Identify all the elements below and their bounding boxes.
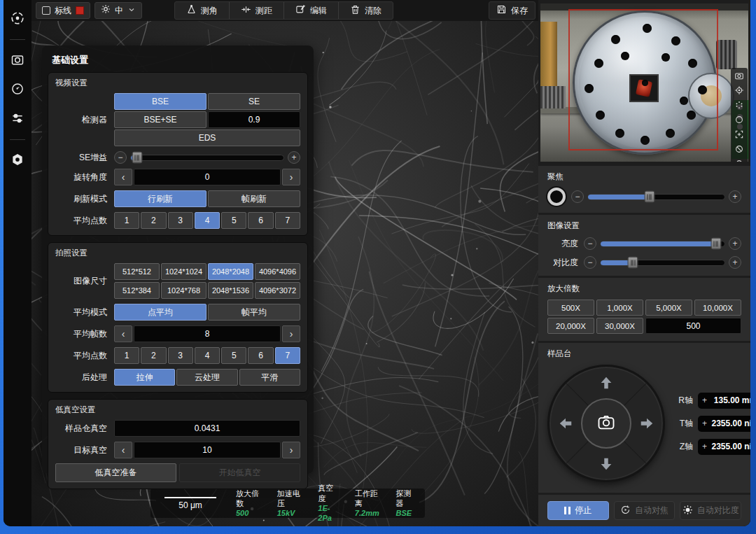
crosshair-checkbox[interactable] [42, 6, 50, 15]
photo-avg-point-4[interactable]: 4 [195, 347, 220, 364]
rotation-input[interactable]: 0 [134, 169, 281, 185]
photo-avg-point-1[interactable]: 1 [114, 347, 139, 364]
circle-icon[interactable] [734, 114, 745, 125]
detector-bse-se-button[interactable]: BSE+SE [114, 111, 206, 128]
mag-5000x-button[interactable]: 5,000X [645, 300, 692, 316]
stage-up-button[interactable] [597, 374, 615, 392]
contrast-minus-button[interactable]: − [584, 256, 596, 269]
photo-avg-point-6[interactable]: 6 [248, 347, 273, 364]
brightness-dropdown[interactable]: 中 [94, 2, 142, 19]
gauge-icon[interactable] [8, 79, 27, 99]
post-stretch-button[interactable]: 拉伸 [114, 369, 175, 386]
video-avg-point-1[interactable]: 1 [114, 212, 139, 229]
photo-avg-point-2[interactable]: 2 [141, 347, 166, 364]
brightness-minus-button[interactable]: − [584, 237, 596, 250]
focus-knob[interactable] [547, 188, 566, 206]
stage-down-button[interactable] [597, 455, 615, 473]
brightness-slider[interactable] [600, 241, 725, 247]
target-vacuum-prev-button[interactable]: ‹ [114, 442, 132, 458]
mag-10000x-button[interactable]: 10,000X [694, 300, 741, 316]
aperture-icon[interactable] [8, 8, 27, 28]
focus-slider-handle[interactable] [644, 191, 654, 203]
mag-value-input[interactable]: 500 [645, 318, 741, 334]
video-avg-point-2[interactable]: 2 [141, 212, 166, 229]
clear-button[interactable]: 清除 [339, 2, 393, 19]
low-vacuum-start-button[interactable]: 开始低真空 [179, 463, 300, 482]
avg-mode-point-button[interactable]: 点平均 [114, 304, 206, 321]
focus-minus-button[interactable]: − [571, 190, 584, 203]
disable-icon[interactable] [734, 143, 745, 155]
size-1024x1024-button[interactable]: 1024*1024 [161, 263, 206, 280]
measure-distance-button[interactable]: 测距 [230, 2, 284, 19]
crosshair-color-swatch[interactable] [76, 6, 84, 15]
mag-20000x-button[interactable]: 20,000X [547, 318, 594, 334]
webcam-icon[interactable] [734, 158, 745, 162]
brightness-slider-handle[interactable] [710, 238, 721, 250]
avg-frames-prev-button[interactable]: ‹ [114, 325, 132, 342]
stop-button[interactable]: 停止 [547, 501, 609, 520]
refresh-frame-button[interactable]: 帧刷新 [208, 190, 300, 207]
axis-t-field[interactable]: + 2355.00 nits - [698, 416, 750, 432]
size-4096x3072-button[interactable]: 4096*3072 [255, 282, 300, 299]
mag-30000x-button[interactable]: 30,000X [596, 318, 643, 334]
stage-left-button[interactable] [556, 414, 575, 433]
video-avg-point-4[interactable]: 4 [195, 212, 220, 229]
contrast-plus-button[interactable]: + [729, 256, 741, 269]
dotted-aperture-icon[interactable] [734, 99, 745, 111]
rotation-next-button[interactable]: › [282, 169, 300, 185]
se-gain-minus-button[interactable]: − [114, 151, 127, 164]
contrast-slider-handle[interactable] [628, 257, 638, 269]
avg-frames-input[interactable]: 8 [134, 325, 281, 342]
photo-avg-point-7[interactable]: 7 [275, 347, 300, 364]
se-gain-slider[interactable] [130, 155, 284, 161]
axis-r-field[interactable]: + 135.00 mm - [698, 393, 750, 409]
refresh-line-button[interactable]: 行刷新 [114, 190, 206, 207]
mag-1000x-button[interactable]: 1,000X [596, 300, 643, 316]
contrast-slider[interactable] [600, 260, 725, 266]
move-region-icon[interactable] [734, 129, 745, 140]
se-gain-plus-button[interactable]: + [288, 151, 300, 164]
low-vacuum-prepare-button[interactable]: 低真空准备 [55, 463, 176, 482]
axis-z-field[interactable]: + 2355.00 nits - [698, 439, 750, 455]
camera-icon[interactable] [8, 50, 27, 69]
size-4096x4096-button[interactable]: 4096*4096 [255, 263, 300, 280]
measure-angle-button[interactable]: 测角 [175, 2, 230, 19]
size-2048x1536-button[interactable]: 2048*1536 [208, 282, 253, 299]
video-avg-point-7[interactable]: 7 [275, 212, 300, 229]
post-smooth-button[interactable]: 平滑 [239, 369, 300, 386]
sliders-icon[interactable] [8, 108, 27, 128]
avg-frames-next-button[interactable]: › [282, 325, 300, 342]
size-1024x768-button[interactable]: 1024*768 [161, 282, 206, 299]
stage-right-button[interactable] [638, 414, 656, 433]
video-avg-point-5[interactable]: 5 [221, 212, 246, 229]
size-512x512-button[interactable]: 512*512 [114, 263, 160, 280]
size-2048x2048-button[interactable]: 2048*2048 [208, 263, 253, 280]
video-avg-point-6[interactable]: 6 [248, 212, 273, 229]
mag-500x-button[interactable]: 500X [547, 300, 594, 316]
detector-eds-button[interactable]: EDS [114, 129, 300, 146]
save-button[interactable]: 保存 [489, 1, 536, 20]
chamber-camera-view[interactable] [540, 3, 748, 162]
target-vacuum-input[interactable]: 10 [134, 442, 281, 458]
brightness-plus-button[interactable]: + [729, 237, 741, 250]
detector-se-button[interactable]: SE [208, 93, 300, 110]
sem-viewport[interactable]: 基础设置 视频设置 检测器 BSE SE BSE+SE 0.9 EDS SE增益 [31, 21, 538, 526]
stage-snapshot-button[interactable] [581, 398, 631, 449]
axis-plus[interactable]: + [702, 419, 707, 428]
autocontrast-button[interactable]: 自动对比度 [680, 501, 741, 520]
post-cloud-button[interactable]: 云处理 [176, 369, 237, 386]
rotation-prev-button[interactable]: ‹ [114, 169, 132, 185]
autofocus-button[interactable]: 自动对焦 [614, 501, 676, 520]
detector-mix-input[interactable]: 0.9 [208, 111, 300, 128]
photo-avg-point-3[interactable]: 3 [168, 347, 193, 364]
crosshair-toggle[interactable]: 标线 [36, 2, 90, 19]
size-512x384-button[interactable]: 512*384 [114, 282, 160, 299]
se-gain-slider-handle[interactable] [132, 152, 142, 164]
video-avg-point-3[interactable]: 3 [168, 212, 193, 229]
target-icon[interactable] [734, 85, 745, 96]
snapshot-icon[interactable] [734, 70, 745, 81]
axis-plus[interactable]: + [702, 442, 707, 451]
photo-avg-point-5[interactable]: 5 [221, 347, 246, 364]
detector-bse-button[interactable]: BSE [114, 93, 206, 110]
axis-plus[interactable]: + [702, 395, 707, 405]
